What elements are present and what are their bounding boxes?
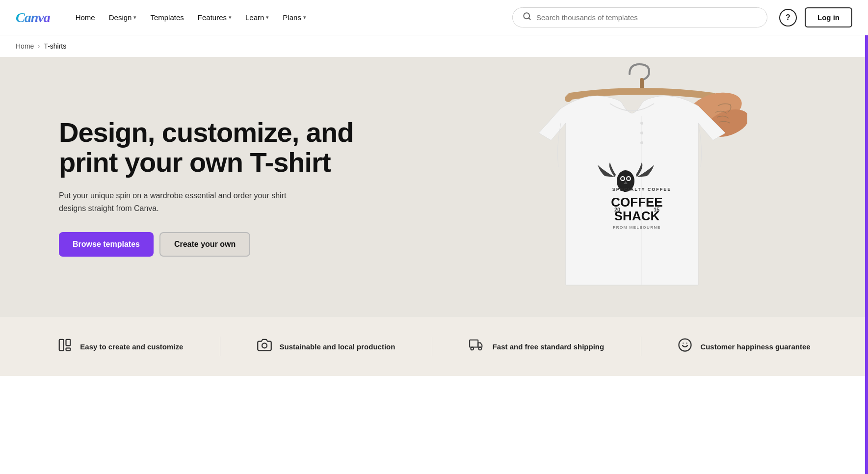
login-button[interactable]: Log in	[805, 7, 852, 27]
svg-marker-28	[478, 342, 482, 347]
svg-rect-23	[59, 339, 64, 350]
feature-item-shipping: Fast and free standard shipping	[469, 338, 605, 356]
tshirt-illustration: SPECIALTY COFFEE COFFEE SHACK 20 15 FROM…	[512, 59, 747, 315]
nav-plans[interactable]: Plans ▾	[277, 9, 312, 26]
nav-home[interactable]: Home	[70, 9, 101, 26]
feature-text-sustainable: Sustainable and local production	[280, 342, 395, 351]
hero-title: Design, customize, and print your own T-…	[59, 117, 363, 178]
smile-icon	[678, 338, 692, 356]
nav-learn[interactable]: Learn ▾	[239, 9, 275, 26]
create-your-own-button[interactable]: Create your own	[159, 232, 250, 257]
svg-point-30	[478, 347, 481, 350]
search-input[interactable]	[536, 13, 757, 22]
header: Canva Home Design ▾ Templates Features ▾…	[0, 0, 868, 35]
svg-line-1	[528, 18, 530, 19]
feature-divider-2	[432, 337, 432, 356]
svg-point-26	[262, 343, 267, 348]
feature-divider-3	[641, 337, 641, 356]
svg-rect-25	[66, 348, 71, 350]
chevron-down-icon: ▾	[229, 14, 232, 21]
feature-item-sustainable: Sustainable and local production	[257, 338, 395, 356]
svg-text:SHACK: SHACK	[614, 209, 659, 223]
svg-point-9	[640, 132, 643, 134]
svg-point-14	[621, 177, 624, 180]
svg-point-29	[471, 347, 473, 350]
hero-content: Design, customize, and print your own T-…	[59, 117, 363, 257]
layout-icon	[57, 338, 72, 356]
help-button[interactable]: ?	[779, 9, 797, 26]
svg-text:FROM MELBOURNE: FROM MELBOURNE	[613, 225, 660, 230]
nav-design[interactable]: Design ▾	[103, 9, 143, 26]
hero-section: Design, customize, and print your own T-…	[0, 57, 868, 317]
chevron-down-icon: ▾	[266, 14, 269, 21]
svg-text:20: 20	[614, 207, 620, 212]
feature-item-happiness: Customer happiness guarantee	[678, 338, 810, 356]
feature-text-create: Easy to create and customize	[80, 342, 183, 351]
search-bar	[512, 7, 767, 27]
hero-subtitle: Put your unique spin on a wardrobe essen…	[59, 189, 294, 214]
chevron-down-icon: ▾	[133, 14, 136, 21]
main-nav: Home Design ▾ Templates Features ▾ Learn…	[70, 9, 312, 26]
camera-icon	[257, 338, 272, 356]
breadcrumb-separator: ›	[38, 43, 40, 50]
hero-buttons: Browse templates Create your own	[59, 232, 363, 257]
chevron-down-icon: ▾	[303, 14, 306, 21]
svg-point-10	[640, 141, 643, 144]
svg-line-3	[568, 96, 571, 99]
browse-templates-button[interactable]: Browse templates	[59, 232, 154, 257]
breadcrumb-current: T-shirts	[44, 42, 66, 50]
svg-rect-27	[470, 340, 478, 347]
svg-point-8	[640, 122, 643, 125]
svg-text:SPECIALTY COFFEE: SPECIALTY COFFEE	[612, 187, 671, 192]
svg-text:15: 15	[653, 207, 659, 212]
feature-text-shipping: Fast and free standard shipping	[493, 342, 605, 351]
breadcrumb-home[interactable]: Home	[16, 42, 34, 50]
nav-features[interactable]: Features ▾	[192, 9, 237, 26]
search-icon	[523, 12, 531, 23]
hero-image: SPECIALTY COFFEE COFFEE SHACK 20 15 FROM…	[391, 57, 868, 317]
scroll-accent	[865, 0, 868, 376]
canva-logo[interactable]: Canva	[16, 10, 50, 26]
breadcrumb: Home › T-shirts	[0, 35, 868, 57]
svg-point-31	[679, 339, 691, 351]
svg-point-15	[627, 177, 630, 180]
feature-divider-1	[220, 337, 220, 356]
truck-icon	[469, 338, 485, 356]
header-actions: ? Log in	[779, 7, 852, 27]
nav-templates[interactable]: Templates	[144, 9, 189, 26]
feature-item-create: Easy to create and customize	[57, 338, 183, 356]
feature-text-happiness: Customer happiness guarantee	[700, 342, 810, 351]
features-bar: Easy to create and customize Sustainable…	[0, 317, 868, 376]
svg-rect-24	[66, 339, 71, 345]
